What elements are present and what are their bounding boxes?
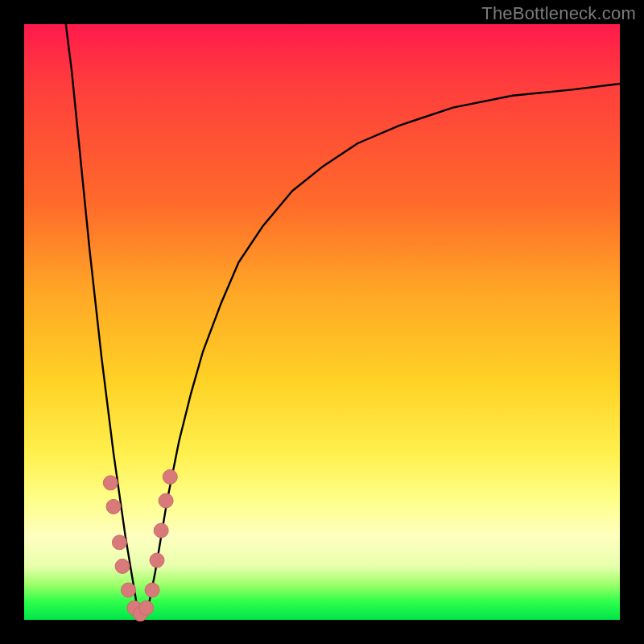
watermark-text: TheBottleneck.com	[481, 3, 636, 24]
marker-dot	[154, 523, 168, 538]
marker-dot	[145, 583, 159, 597]
marker-dot	[115, 559, 130, 573]
bottleneck-curve	[66, 24, 620, 620]
marker-dot	[163, 469, 177, 484]
chart-svg	[24, 24, 620, 620]
marker-dot	[112, 535, 126, 550]
chart-frame: TheBottleneck.com	[0, 0, 644, 644]
marker-dot	[103, 476, 118, 490]
marker-dot	[159, 493, 173, 508]
plot-area	[24, 24, 620, 620]
marker-dot	[139, 601, 154, 615]
marker-group	[103, 469, 177, 621]
marker-dot	[150, 553, 164, 568]
marker-dot	[106, 499, 121, 514]
marker-dot	[122, 583, 136, 597]
